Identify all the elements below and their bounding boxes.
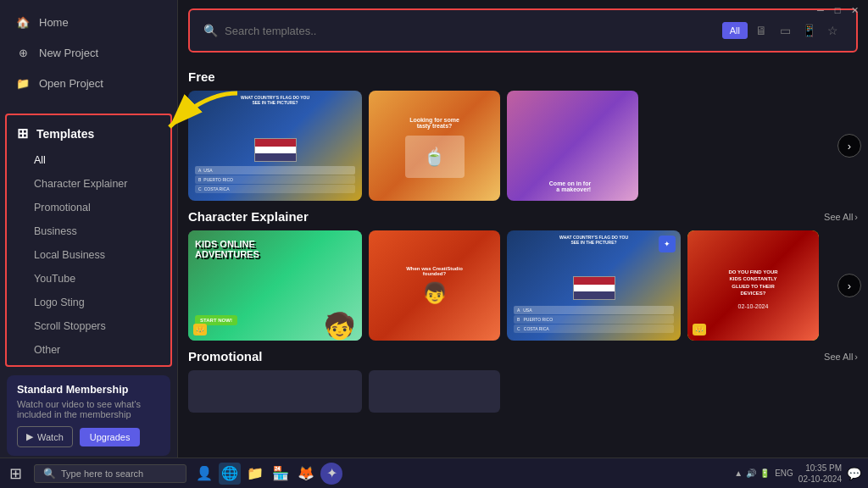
promotional-cards-partial — [188, 370, 858, 413]
main-content: 🔍 All 🖥 ▭ 📱 ☆ Free — [178, 0, 868, 458]
filter-desktop-button[interactable]: 🖥 — [751, 20, 771, 41]
sidebar-item-character-explainer[interactable]: Character Explainer — [7, 172, 170, 196]
quiz-template-card[interactable]: WHAT COUNTRY'S FLAG DO YOUSEE IN THE PIC… — [188, 91, 362, 201]
sidebar-item-other[interactable]: Other — [7, 338, 170, 362]
character-explainer-cards: KIDS ONLINEADVENTURES START NOW! 🧒 👑 Whe… — [188, 230, 858, 341]
sidebar-nav: 🏠 Home ⊕ New Project 📁 Open Project — [0, 0, 177, 105]
char3-template-card[interactable]: WHAT COUNTRY'S FLAG DO YOUSEE IN THE PIC… — [507, 230, 681, 341]
taskbar-search[interactable]: 🔍 Type here to search — [34, 464, 186, 483]
sidebar-home-label: Home — [39, 16, 69, 29]
window-chrome: ─ □ ✕ — [807, 0, 868, 20]
promo-card-2[interactable] — [369, 370, 500, 413]
character-explainer-see-all[interactable]: See All › — [824, 212, 858, 222]
search-filters: All 🖥 ▭ 📱 ☆ — [722, 20, 843, 41]
templates-icon: ⊞ — [17, 125, 28, 141]
fashion-template-card[interactable]: Come on in fora makeover! — [507, 91, 638, 201]
promotional-see-all[interactable]: See All › — [824, 352, 858, 362]
free-cards: WHAT COUNTRY'S FLAG DO YOUSEE IN THE PIC… — [188, 91, 858, 201]
membership-buttons: ▶ Watch Upgrades — [17, 426, 160, 447]
templates-label: Templates — [36, 127, 94, 141]
taskbar-search-label: Type here to search — [61, 469, 143, 479]
watch-button[interactable]: ▶ Watch — [17, 426, 73, 447]
taskbar-app1[interactable]: 🦊 — [295, 463, 317, 485]
sidebar-open-project-label: Open Project — [39, 77, 103, 90]
char2-template-card[interactable]: When was CreatiStudiofounded? 👦 — [369, 230, 500, 341]
promo-card-1[interactable] — [188, 370, 362, 413]
sidebar-item-logo-sting[interactable]: Logo Sting — [7, 291, 170, 314]
sidebar-item-home[interactable]: 🏠 Home — [0, 7, 177, 37]
sidebar-item-new-project[interactable]: ⊕ New Project — [0, 37, 177, 68]
free-next-button[interactable]: › — [837, 134, 861, 158]
business-label: Business — [34, 225, 77, 237]
free-section-header: Free — [188, 61, 858, 91]
filter-all-label: All — [730, 25, 740, 36]
flag-visual-2 — [573, 276, 615, 300]
character-explainer-section-header: Character Explainer See All › — [188, 201, 858, 230]
open-project-icon: 📁 — [15, 75, 31, 91]
search-area: 🔍 All 🖥 ▭ 📱 ☆ — [188, 8, 858, 53]
app-container: 🏠 Home ⊕ New Project 📁 Open Project ⊞ Te… — [0, 0, 868, 458]
other-label: Other — [34, 344, 60, 356]
answer-a: AUSA — [195, 166, 355, 175]
clock-time: 10:35 PM — [798, 463, 842, 474]
sidebar-item-open-project[interactable]: 📁 Open Project — [0, 68, 177, 98]
food-icon: 🍵 — [405, 136, 465, 178]
language-label: ENG — [775, 469, 793, 478]
logo-sting-label: Logo Sting — [34, 297, 85, 308]
answer-b: BPUERTO RICO — [195, 175, 355, 184]
templates-header[interactable]: ⊞ Templates — [7, 119, 170, 148]
sidebar-new-project-label: New Project — [39, 47, 98, 59]
filter-mobile-button[interactable]: 📱 — [798, 20, 819, 41]
sidebar-item-promotional[interactable]: Promotional — [7, 196, 170, 219]
flag-visual — [254, 138, 297, 162]
system-tray: ▲ 🔊 🔋 — [734, 469, 770, 478]
taskbar-search-icon: 🔍 — [43, 468, 56, 480]
filter-favorites-button[interactable]: ☆ — [822, 20, 843, 41]
free-section-title: Free — [188, 69, 215, 84]
char4-template-card[interactable]: DO YOU FIND YOURKIDS CONSTANTLYGLUED TO … — [687, 230, 819, 341]
notification-icon[interactable]: 💬 — [847, 467, 861, 480]
new-project-icon: ⊕ — [15, 45, 31, 60]
clock: 10:35 PM 02-10-2024 — [798, 463, 842, 485]
close-button[interactable]: ✕ — [848, 3, 861, 17]
sidebar-item-all[interactable]: All — [7, 148, 170, 172]
food-template-card[interactable]: Looking for sometasty treats? 🍵 — [369, 91, 500, 201]
search-input[interactable] — [225, 25, 715, 37]
filter-all-button[interactable]: All — [722, 22, 748, 39]
kids-template-card[interactable]: KIDS ONLINEADVENTURES START NOW! 🧒 👑 — [188, 230, 362, 341]
volume-icon: 🔊 — [746, 469, 756, 478]
promo-chevron-icon: › — [854, 352, 858, 362]
youtube-label: YouTube — [34, 273, 75, 285]
network-icon: ▲ — [734, 469, 743, 478]
membership-title: Standard Membership — [17, 384, 160, 396]
maximize-button[interactable]: □ — [831, 3, 844, 17]
play-icon: ▶ — [26, 431, 33, 442]
taskbar-explorer[interactable]: 📁 — [244, 463, 266, 485]
local-business-label: Local Business — [34, 249, 105, 261]
upgrades-button[interactable]: Upgrades — [80, 428, 141, 446]
chevron-right-icon: › — [854, 212, 858, 222]
sidebar-item-scroll-stoppers[interactable]: Scroll Stoppers — [7, 314, 170, 338]
sidebar-item-youtube[interactable]: YouTube — [7, 267, 170, 291]
character-explainer-next-button[interactable]: › — [837, 274, 861, 297]
membership-desc: Watch our video to see what's included i… — [17, 399, 160, 419]
home-icon: 🏠 — [15, 14, 31, 30]
sidebar-item-local-business[interactable]: Local Business — [7, 243, 170, 267]
minimize-button[interactable]: ─ — [814, 3, 827, 17]
sidebar: 🏠 Home ⊕ New Project 📁 Open Project ⊞ Te… — [0, 0, 178, 458]
taskbar-icons: 👤 🌐 📁 🏪 🦊 ✦ — [193, 463, 342, 485]
filter-tablet-button[interactable]: ▭ — [775, 20, 795, 41]
taskbar-app2[interactable]: ✦ — [320, 463, 342, 485]
taskbar-cortana[interactable]: 👤 — [193, 463, 215, 485]
character-explainer-title: Character Explainer — [188, 209, 309, 224]
start-button[interactable]: ⊞ — [0, 458, 31, 489]
taskbar-store[interactable]: 🏪 — [270, 463, 292, 485]
battery-icon: 🔋 — [760, 469, 770, 478]
kids-text: KIDS ONLINEADVENTURES — [195, 239, 259, 259]
taskbar-browser[interactable]: 🌐 — [219, 463, 241, 485]
scroll-stoppers-label: Scroll Stoppers — [34, 320, 106, 332]
answer-c: CCOSTA RICA — [195, 185, 355, 193]
content-scroll[interactable]: Free WHAT COUNTRY'S FLAG DO YOUSEE IN TH… — [178, 61, 868, 458]
search-icon: 🔍 — [203, 24, 218, 37]
sidebar-item-business[interactable]: Business — [7, 219, 170, 243]
